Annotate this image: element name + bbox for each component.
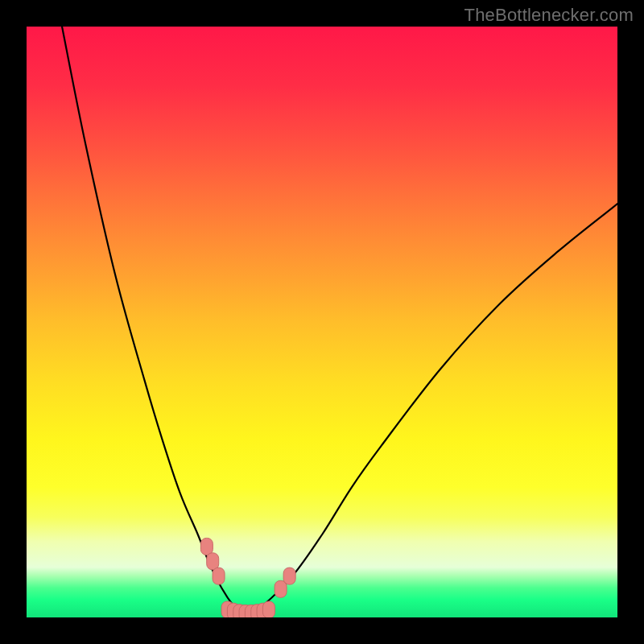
watermark-text: TheBottlenecker.com [464,5,634,26]
valley-marker [213,568,225,584]
valley-marker [200,538,213,555]
curve-left-branch [62,27,246,617]
chart-frame: TheBottlenecker.com [0,0,644,644]
valley-markers [200,538,295,617]
plot-area [27,27,617,617]
valley-marker [207,553,219,570]
valley-marker [283,568,295,584]
curve-right-branch [246,204,617,617]
curve-layer [27,27,617,617]
valley-marker [262,601,275,617]
